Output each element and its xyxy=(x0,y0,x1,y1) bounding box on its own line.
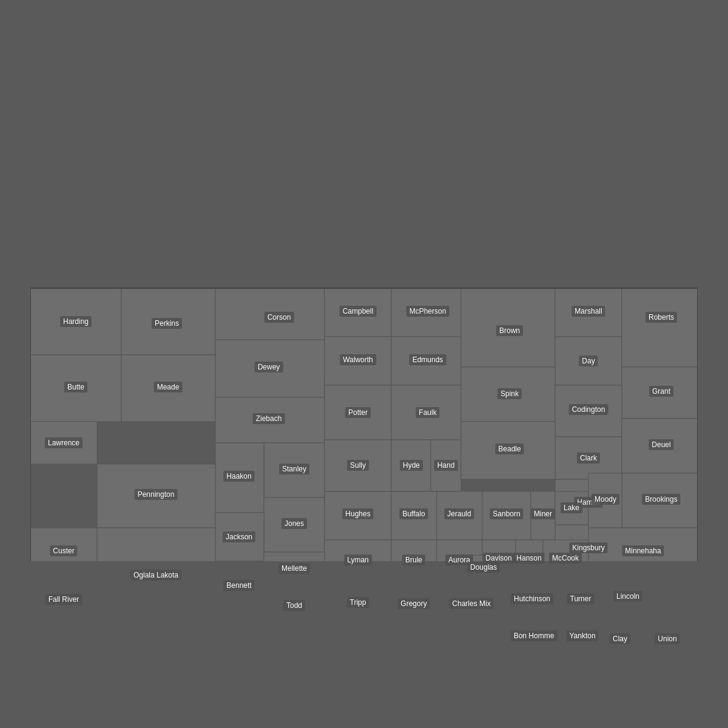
county-label-davison: Davison xyxy=(482,553,514,564)
county-label-sanborn: Sanborn xyxy=(490,508,523,519)
county-label-jerauld: Jerauld xyxy=(444,508,474,519)
county-label-harding: Harding xyxy=(60,316,92,327)
county-label-bennett: Bennett xyxy=(223,580,254,591)
county-label-oglala-lakota: Oglala Lakota xyxy=(130,570,181,581)
county-label-perkins: Perkins xyxy=(152,318,182,329)
county-label-clay: Clay xyxy=(610,633,630,644)
county-label-hanson: Hanson xyxy=(513,553,544,564)
county-label-mccook: McCook xyxy=(549,553,582,564)
county-label-mellette: Mellette xyxy=(278,563,310,574)
county-label-sully: Sully xyxy=(347,460,369,471)
county-label-potter: Potter xyxy=(345,407,371,418)
county-label-charles-mix: Charles Mix xyxy=(449,598,493,609)
county-label-aurora: Aurora xyxy=(445,554,473,565)
county-label-miner: Miner xyxy=(531,508,555,519)
county-label-spink: Spink xyxy=(497,388,522,399)
county-label-roberts: Roberts xyxy=(645,312,677,323)
county-label-day: Day xyxy=(579,356,598,366)
county-label-edmunds: Edmunds xyxy=(410,354,447,365)
county-label-butte: Butte xyxy=(64,382,87,393)
county-label-lyman: Lyman xyxy=(344,554,372,565)
county-label-campbell: Campbell xyxy=(340,306,377,317)
county-label-brown: Brown xyxy=(496,325,523,336)
county-label-minnehaha: Minnehaha xyxy=(622,545,664,556)
county-label-lake: Lake xyxy=(561,502,582,513)
county-label-buffalo: Buffalo xyxy=(399,508,428,519)
county-label-fall-river: Fall River xyxy=(46,594,83,605)
county-label-meade: Meade xyxy=(154,382,183,393)
county-label-brule: Brule xyxy=(402,554,425,565)
county-label-clark: Clark xyxy=(577,453,600,463)
county-label-hand: Hand xyxy=(434,460,458,471)
county-label-marshall: Marshall xyxy=(571,306,605,317)
county-label-custer: Custer xyxy=(50,545,77,556)
county-label-pennington: Pennington xyxy=(135,489,178,500)
county-label-lincoln: Lincoln xyxy=(613,591,642,602)
county-label-hughes: Hughes xyxy=(342,508,373,519)
county-label-haakon: Haakon xyxy=(223,471,254,482)
county-label-jackson: Jackson xyxy=(223,531,255,542)
county-label-hyde: Hyde xyxy=(400,460,423,471)
county-label-ziebach: Ziebach xyxy=(253,413,285,424)
county-label-todd: Todd xyxy=(283,600,305,611)
county-label-turner: Turner xyxy=(567,593,595,604)
county-label-grant: Grant xyxy=(649,386,673,397)
county-label-deuel: Deuel xyxy=(649,439,673,450)
county-label-yankton: Yankton xyxy=(566,630,598,641)
county-label-jones: Jones xyxy=(281,518,307,529)
county-label-beadle: Beadle xyxy=(495,443,524,454)
county-label-codington: Codington xyxy=(569,404,608,415)
county-label-faulk: Faulk xyxy=(416,407,439,418)
county-label-stanley: Stanley xyxy=(279,463,309,474)
county-label-lawrence: Lawrence xyxy=(45,437,83,448)
county-label-corson: Corson xyxy=(265,312,294,323)
county-label-mcpherson: McPherson xyxy=(406,306,450,317)
county-label-brookings: Brookings xyxy=(642,494,680,505)
county-label-moody: Moody xyxy=(592,494,619,505)
county-label-hamlin: Hamlin xyxy=(574,497,602,508)
county-label-tripp: Tripp xyxy=(347,597,369,608)
county-label-gregory: Gregory xyxy=(397,598,430,609)
sd-county-map: HardingPerkinsCorsonCampbellMcPhersonMar… xyxy=(30,167,698,561)
county-label-hutchinson: Hutchinson xyxy=(511,593,553,604)
county-label-walworth: Walworth xyxy=(340,354,376,365)
county-label-union: Union xyxy=(655,633,679,644)
county-label-dewey: Dewey xyxy=(255,362,283,372)
county-label-bon-homme: Bon Homme xyxy=(511,630,558,641)
county-label-douglas: Douglas xyxy=(467,562,500,573)
county-label-kingsbury: Kingsbury xyxy=(569,542,607,553)
